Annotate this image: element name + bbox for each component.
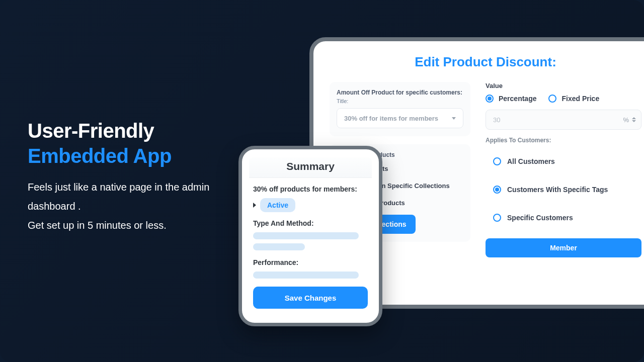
chevron-down-icon: [452, 117, 456, 120]
stepper-icon[interactable]: [632, 117, 636, 122]
amount-off-label: Amount Off Product for specific customer…: [337, 89, 463, 96]
value-label: Value: [486, 82, 641, 89]
hero-line2: Embedded App: [28, 145, 172, 167]
title-label: Title:: [337, 98, 463, 104]
value-amount: 30: [493, 116, 620, 124]
applies-customers-label: Applies To Customers:: [486, 137, 641, 144]
radio-icon: [493, 157, 501, 165]
radio-icon: [486, 95, 494, 103]
page-title: Edit Product Discount:: [330, 54, 641, 70]
summary-heading: Summary: [249, 157, 372, 178]
title-select-value: 30% off for items for members: [344, 115, 438, 122]
triangle-right-icon[interactable]: [253, 203, 256, 208]
radio-customers-tags[interactable]: Customers With Specific Tags: [486, 178, 641, 201]
type-method-placeholder: [253, 232, 368, 250]
radio-percentage[interactable]: Percentage: [486, 95, 536, 103]
hero-copy: User-Friendly Embedded App Feels just li…: [28, 118, 214, 235]
radio-specific-customers[interactable]: Specific Customers: [486, 206, 641, 229]
summary-title: 30% off products for members:: [253, 185, 368, 193]
hero-line1: User-Friendly: [28, 120, 154, 142]
radio-fixed-price[interactable]: Fixed Price: [548, 95, 599, 103]
value-amount-input[interactable]: 30 %: [486, 110, 641, 130]
performance-label: Performance:: [253, 258, 368, 266]
save-changes-button[interactable]: Save Changes: [253, 287, 368, 309]
radio-icon: [493, 214, 501, 222]
performance-placeholder: [253, 272, 368, 279]
radio-all-customers[interactable]: All Customers: [486, 150, 641, 173]
hero-body: Feels just like a native page in the adm…: [28, 177, 214, 235]
type-method-label: Type And Method:: [253, 219, 368, 227]
member-button[interactable]: Member: [486, 238, 641, 257]
radio-icon: [493, 186, 501, 194]
value-unit: %: [620, 116, 632, 124]
radio-icon: [548, 95, 556, 103]
amount-off-card: Amount Off Product for specific customer…: [330, 82, 470, 136]
hero-title: User-Friendly Embedded App: [28, 118, 214, 168]
title-select[interactable]: 30% off for items for members: [337, 108, 463, 128]
status-badge: Active: [260, 198, 295, 212]
summary-card: Summary 30% off products for members: Ac…: [238, 146, 382, 326]
